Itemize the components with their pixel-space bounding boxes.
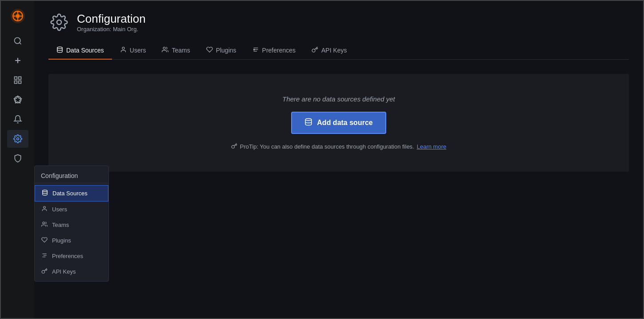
- add-datasource-button[interactable]: Add data source: [291, 112, 386, 134]
- tab-datasources[interactable]: Data Sources: [48, 42, 112, 60]
- context-menu-item-preferences[interactable]: Preferences: [35, 248, 108, 264]
- context-menu-item-plugins[interactable]: Plugins: [35, 233, 108, 248]
- tab-apikeys-label: API Keys: [321, 47, 347, 54]
- learn-more-link[interactable]: Learn more: [417, 143, 446, 150]
- sidebar-icon-configuration[interactable]: [7, 130, 28, 148]
- svg-rect-13: [14, 81, 17, 84]
- preferences-tab-icon: [252, 46, 259, 54]
- sidebar-icon-alerting[interactable]: [7, 110, 28, 128]
- users-tab-icon: [120, 46, 127, 54]
- empty-state: There are no data sources defined yet Ad…: [48, 74, 629, 172]
- svg-point-17: [16, 138, 19, 140]
- context-teams-label: Teams: [52, 222, 69, 228]
- configuration-icon: [48, 12, 70, 33]
- sidebar-icon-shield[interactable]: [7, 149, 28, 167]
- screen: Configuration Organization: Main Org. Da…: [0, 0, 644, 319]
- header-text: Configuration Organization: Main Org.: [77, 12, 146, 32]
- sidebar-icon-dashboards[interactable]: [7, 71, 28, 89]
- protip-text: ProTip: You can also define data sources…: [240, 143, 414, 150]
- svg-line-8: [19, 43, 21, 44]
- grafana-logo[interactable]: [7, 5, 28, 27]
- context-apikeys-icon: [41, 268, 48, 275]
- svg-point-19: [57, 47, 62, 48]
- tab-users-label: Users: [130, 47, 146, 54]
- add-datasource-icon: [304, 118, 312, 128]
- plugins-tab-icon: [206, 46, 213, 54]
- context-menu: Configuration Data Sources Users: [34, 166, 109, 282]
- main-content: Configuration Organization: Main Org. Da…: [34, 1, 643, 318]
- context-menu-header: Configuration: [35, 168, 108, 183]
- empty-state-text: There are no data sources defined yet: [282, 95, 395, 103]
- teams-tab-icon: [162, 46, 168, 54]
- svg-point-26: [306, 119, 312, 121]
- add-datasource-label: Add data source: [317, 119, 372, 127]
- context-menu-item-datasources[interactable]: Data Sources: [35, 185, 108, 202]
- tab-teams-label: Teams: [172, 47, 190, 54]
- context-users-label: Users: [52, 206, 67, 213]
- tab-apikeys[interactable]: API Keys: [304, 42, 355, 60]
- context-preferences-icon: [41, 252, 48, 260]
- svg-rect-11: [14, 77, 17, 80]
- tab-plugins[interactable]: Plugins: [198, 42, 244, 60]
- page-header: Configuration Organization: Main Org. Da…: [34, 1, 643, 60]
- svg-rect-14: [18, 81, 21, 84]
- tab-plugins-label: Plugins: [216, 47, 236, 54]
- protip: ProTip: You can also define data sources…: [231, 143, 446, 150]
- tab-teams[interactable]: Teams: [154, 42, 198, 60]
- page-title: Configuration: [77, 12, 146, 26]
- svg-point-20: [122, 47, 124, 49]
- tab-datasources-label: Data Sources: [66, 47, 104, 54]
- context-plugins-icon: [41, 237, 48, 244]
- context-apikeys-label: API Keys: [52, 268, 76, 275]
- svg-point-2: [16, 14, 20, 18]
- svg-point-25: [253, 49, 255, 50]
- context-datasources-label: Data Sources: [52, 190, 88, 197]
- context-users-icon: [41, 206, 48, 213]
- page-content: There are no data sources defined yet Ad…: [34, 60, 643, 318]
- page-subtitle: Organization: Main Org.: [77, 26, 146, 32]
- protip-icon: [231, 143, 237, 150]
- context-datasources-icon: [41, 190, 48, 197]
- context-menu-item-users[interactable]: Users: [35, 202, 108, 217]
- sidebar: [1, 1, 34, 318]
- sidebar-icon-add[interactable]: [7, 52, 28, 69]
- context-plugins-label: Plugins: [52, 237, 71, 244]
- svg-point-7: [14, 38, 20, 44]
- sidebar-icon-explore[interactable]: [7, 91, 28, 109]
- svg-rect-12: [18, 77, 21, 80]
- context-teams-icon: [41, 221, 48, 229]
- tab-bar: Data Sources Users: [48, 42, 629, 60]
- svg-point-29: [43, 222, 45, 224]
- datasources-tab-icon: [56, 46, 63, 54]
- svg-point-28: [44, 206, 46, 209]
- svg-point-27: [43, 190, 48, 192]
- tab-users[interactable]: Users: [112, 42, 154, 60]
- context-menu-item-apikeys[interactable]: API Keys: [35, 264, 108, 279]
- tab-preferences-label: Preferences: [262, 47, 296, 54]
- header-title-row: Configuration Organization: Main Org.: [48, 12, 629, 33]
- tab-preferences[interactable]: Preferences: [244, 42, 304, 60]
- svg-point-18: [57, 20, 61, 24]
- svg-point-21: [164, 47, 166, 49]
- apikeys-tab-icon: [312, 46, 318, 54]
- context-menu-item-teams[interactable]: Teams: [35, 217, 108, 233]
- sidebar-icon-search[interactable]: [7, 32, 28, 50]
- context-preferences-label: Preferences: [52, 253, 83, 259]
